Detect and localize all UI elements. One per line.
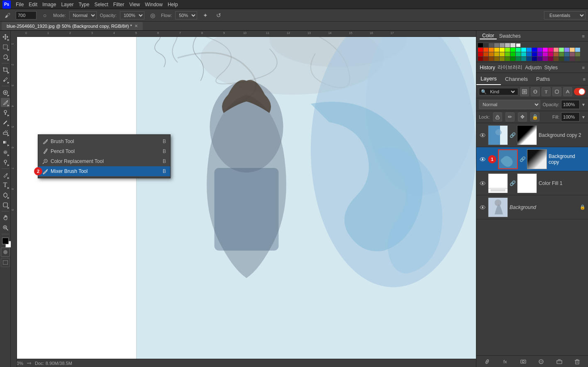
menu-window[interactable]: Window [145,2,163,7]
swatch[interactable] [527,48,532,52]
layer-visibility-background[interactable] [479,204,486,211]
swatch[interactable] [510,43,515,47]
filter-pixel-icon[interactable] [520,87,529,96]
swatch[interactable] [570,52,575,56]
swatch[interactable] [505,52,510,56]
layer-visibility-bg-copy[interactable] [479,156,486,163]
zoom-tool[interactable] [1,223,10,232]
styles-tab[interactable]: Styles [544,65,558,70]
swatch[interactable] [532,57,537,61]
menu-edit[interactable]: Edit [29,2,37,7]
crop-tool[interactable]: ▶ [1,65,10,74]
brush-size-input[interactable] [16,11,37,19]
swatch[interactable] [483,48,488,52]
color-tab[interactable]: Color [480,33,497,39]
swatch[interactable] [516,52,521,56]
brush-preset-icon[interactable]: ○ [40,10,50,20]
brush-tool-btn[interactable]: ▶ [1,98,10,107]
swatch[interactable] [510,52,515,56]
lock-brush-icon[interactable]: ✏ [505,112,515,122]
swatch[interactable] [575,57,580,61]
pencil-tool-menu-item[interactable]: Pencil Tool B [38,146,170,156]
menu-view[interactable]: View [129,2,140,7]
swatch[interactable] [554,52,559,56]
swatch[interactable] [505,48,510,52]
delete-layer-btn[interactable] [573,357,582,366]
layer-item-bg-copy[interactable]: 1 🔗 Background copy [476,147,588,171]
swatch[interactable] [500,43,505,47]
swatch[interactable] [500,52,505,56]
pen-tool[interactable]: ▶ [1,170,10,180]
document-tab[interactable]: blue-2564660_1920.jpg @ 50% (Background … [2,22,143,30]
clone-stamp-tool[interactable]: ▶ [1,108,10,117]
swatch[interactable] [478,43,483,47]
lock-all-icon[interactable]: 🔒 [530,112,539,122]
layer-filter-search[interactable]: 🔍 Kind [479,88,518,95]
document-tab-close[interactable]: ✕ [134,24,138,28]
filter-kind-select[interactable]: Kind [488,89,516,95]
adjustn-tab[interactable]: Adjustn [525,65,542,70]
swatch[interactable] [537,48,542,52]
swatch[interactable] [537,52,542,56]
paths-tab[interactable]: Paths [532,73,554,85]
layer-link-bg-copy[interactable]: 🔗 [520,156,525,162]
swatch[interactable] [516,43,521,47]
swatch[interactable] [564,52,569,56]
smooth-icon[interactable]: ↺ [214,10,224,20]
text-tool[interactable]: T▶ [1,180,10,190]
swatch[interactable] [543,48,548,52]
filter-toggle[interactable] [574,88,586,95]
add-adjustment-btn[interactable] [537,357,546,366]
opacity-select[interactable]: 100% [120,11,144,19]
filter-smart-icon[interactable] [563,87,572,96]
swatch[interactable] [483,57,488,61]
menu-select[interactable]: Select [94,2,108,7]
shape-tool[interactable]: ▶ [1,200,10,209]
eraser-tool[interactable]: ▶ [1,128,10,137]
swatch[interactable] [494,43,499,47]
healing-tool[interactable]: ▶ [1,88,10,97]
menu-filter[interactable]: Filter [113,2,124,7]
menu-type[interactable]: Type [78,2,89,7]
swatch[interactable] [570,57,575,61]
opacity-input[interactable] [561,100,580,109]
foreground-color[interactable] [2,238,9,244]
swatch[interactable] [575,52,580,56]
lock-pixels-icon[interactable] [493,112,502,122]
swatch[interactable] [489,52,494,56]
fill-arrow[interactable]: ▼ [581,115,586,119]
swatch[interactable] [537,57,542,61]
color-replacement-tool-menu-item[interactable]: Color Replacement Tool B [38,156,170,166]
swatch[interactable] [500,57,505,61]
layer-visibility-bg-copy-2[interactable] [479,131,486,139]
swatch[interactable] [505,43,510,47]
layers-tab[interactable]: Layers [476,73,501,85]
flow-select[interactable]: 50% [175,11,197,19]
swatch[interactable] [500,48,505,52]
swatch[interactable] [554,48,559,52]
swatch[interactable] [559,48,564,52]
layer-item-color-fill[interactable]: 🔗 Color Fill 1 [476,171,588,195]
eyedropper-tool[interactable]: ▶ [1,75,10,84]
swatch[interactable] [483,43,488,47]
zoom-menu-icon[interactable] [27,361,32,366]
swatch[interactable] [478,57,483,61]
blur-tool[interactable]: ▶ [1,148,10,157]
history-panel-menu[interactable]: ≡ [582,65,585,70]
filter-text-icon[interactable]: T [542,87,551,96]
library-tab[interactable]: 라이브러리 [498,64,522,71]
layer-link-color-fill[interactable]: 🔗 [510,180,515,186]
quick-mask-mode[interactable] [1,248,10,257]
menu-image[interactable]: Image [42,2,56,7]
filter-adjust-icon[interactable] [531,87,540,96]
menu-file[interactable]: File [16,2,24,7]
swatch[interactable] [494,57,499,61]
swatch[interactable] [505,57,510,61]
move-tool[interactable]: ▶ [1,32,10,41]
swatch[interactable] [559,52,564,56]
dodge-tool[interactable]: ▶ [1,158,10,167]
swatch[interactable] [543,52,548,56]
swatch[interactable] [510,48,515,52]
swatch[interactable] [521,48,526,52]
add-group-btn[interactable] [555,357,564,366]
